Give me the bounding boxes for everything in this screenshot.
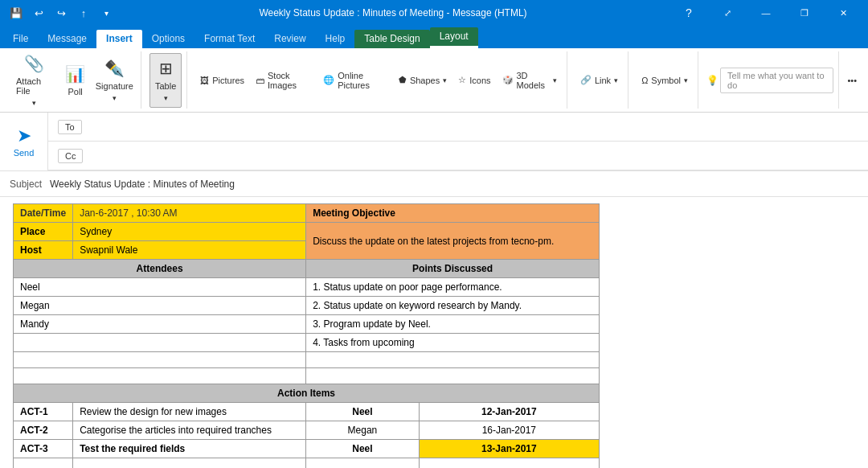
email-header: ➤ Send To Cc bbox=[0, 113, 868, 171]
send-button[interactable]: ➤ Send bbox=[0, 113, 48, 170]
table-row-act3: ACT-3 Test the required fields Neel 13-J… bbox=[14, 440, 600, 458]
email-body[interactable]: Date/Time Jan-6-2017 , 10:30 AM Meeting … bbox=[0, 197, 868, 468]
shapes-button[interactable]: ⬟ Shapes ▾ bbox=[394, 72, 452, 89]
tab-review[interactable]: Review bbox=[264, 30, 315, 48]
attach-dropdown-icon[interactable]: ▾ bbox=[32, 99, 36, 107]
ribbon-toolbar: 📎 Attach File ▾ 📊 Poll ✒️ Signature ▾ ⊞ … bbox=[0, 48, 868, 113]
symbol-icon: Ω bbox=[641, 76, 648, 85]
host-value-cell: Swapnil Wale bbox=[73, 241, 306, 260]
act3-date-cell: 13-Jan-2017 bbox=[419, 440, 599, 458]
shapes-icon: ⬟ bbox=[399, 75, 407, 85]
window-title: Weekly Status Update : Minutes of Meetin… bbox=[116, 7, 670, 18]
redo-icon[interactable]: ↪ bbox=[51, 3, 71, 23]
tab-layout[interactable]: Layout bbox=[430, 27, 478, 48]
tab-file[interactable]: File bbox=[3, 30, 38, 48]
act2-desc-cell: Categorise the articles into required tr… bbox=[73, 421, 306, 440]
table-icon: ⊞ bbox=[159, 59, 173, 78]
subject-value: Weekly Status Update : Minutes of Meetin… bbox=[50, 179, 235, 190]
window-controls: ? ⤢ — ❐ ✕ bbox=[670, 0, 862, 26]
datetime-label-cell: Date/Time bbox=[14, 204, 73, 223]
tab-message[interactable]: Message bbox=[38, 30, 96, 48]
undo-icon[interactable]: ↩ bbox=[29, 3, 48, 23]
3d-models-icon: 🎲 bbox=[502, 75, 514, 85]
pictures-icon: 🖼 bbox=[200, 76, 209, 85]
pictures-button[interactable]: 🖼 Pictures bbox=[195, 72, 249, 89]
stock-images-button[interactable]: 🗃 Stock Images bbox=[251, 72, 317, 89]
ribbon-tab-bar: File Message Insert Options Format Text … bbox=[0, 26, 868, 48]
email-compose-area: ➤ Send To Cc Subject Weekly Status Updat… bbox=[0, 113, 868, 468]
point-2-cell: 2. Status update on keyword research by … bbox=[306, 297, 600, 315]
table-dropdown-icon[interactable]: ▾ bbox=[164, 94, 168, 102]
close-button[interactable]: ✕ bbox=[825, 0, 862, 26]
save-icon[interactable]: 💾 bbox=[6, 3, 26, 23]
search-group: 💡 Tell me what you want to do bbox=[702, 51, 839, 109]
table-row-datetime: Date/Time Jan-6-2017 , 10:30 AM Meeting … bbox=[14, 204, 600, 223]
to-field[interactable] bbox=[82, 124, 858, 130]
more-options-button[interactable]: ••• bbox=[842, 72, 862, 89]
3d-models-button[interactable]: 🎲 3D Models ▾ bbox=[497, 72, 562, 89]
act2-person-cell: Megan bbox=[306, 421, 420, 440]
up-icon[interactable]: ↑ bbox=[74, 3, 93, 23]
send-icon: ➤ bbox=[17, 125, 31, 146]
table-row-megan: Megan 2. Status update on keyword resear… bbox=[14, 297, 600, 315]
point-3-cell: 3. Program update by Neel. bbox=[306, 315, 600, 334]
table-row-action-header: Action Items bbox=[14, 384, 600, 403]
restore-button[interactable]: ❐ bbox=[786, 0, 823, 26]
more-icon[interactable]: ▾ bbox=[96, 3, 116, 23]
tab-table-design[interactable]: Table Design bbox=[354, 30, 429, 48]
shapes-dropdown-icon[interactable]: ▾ bbox=[443, 76, 447, 84]
online-pictures-icon: 🌐 bbox=[323, 75, 334, 85]
cc-button[interactable]: Cc bbox=[58, 149, 83, 163]
attendee-neel-cell: Neel bbox=[14, 278, 306, 297]
attach-file-icon: 📎 bbox=[24, 54, 44, 73]
points-header-cell: Points Discussed bbox=[306, 260, 600, 278]
ellipsis-icon: ••• bbox=[847, 76, 857, 85]
title-bar-left: 💾 ↩ ↪ ↑ ▾ bbox=[6, 3, 116, 23]
help-button[interactable]: ? bbox=[670, 0, 707, 26]
to-button[interactable]: To bbox=[58, 120, 82, 134]
table-row-mandy: Mandy 3. Program update by Neel. bbox=[14, 315, 600, 334]
resize-icon[interactable]: ⤢ bbox=[709, 0, 746, 26]
attach-file-button[interactable]: 📎 Attach File ▾ bbox=[11, 53, 58, 108]
signature-dropdown-icon[interactable]: ▾ bbox=[113, 94, 117, 102]
tab-options[interactable]: Options bbox=[142, 30, 194, 48]
icons-icon: ☆ bbox=[458, 75, 466, 85]
link-dropdown-icon[interactable]: ▾ bbox=[614, 76, 618, 84]
signature-button[interactable]: ✒️ Signature ▾ bbox=[93, 53, 136, 108]
poll-button[interactable]: 📊 Poll bbox=[59, 53, 92, 108]
minimize-button[interactable]: — bbox=[747, 0, 784, 26]
table-row-empty2 bbox=[14, 368, 600, 384]
act1-date-cell: 12-Jan-2017 bbox=[419, 403, 599, 421]
tab-insert[interactable]: Insert bbox=[96, 30, 142, 48]
stock-images-icon: 🗃 bbox=[256, 76, 264, 85]
table-row-place: Place Sydney Discuss the update on the l… bbox=[14, 223, 600, 241]
act1-person-cell: Neel bbox=[306, 403, 420, 421]
act3-desc-cell: Test the required fields bbox=[73, 440, 306, 458]
link-button[interactable]: 🔗 Link ▾ bbox=[575, 72, 623, 89]
icons-button[interactable]: ☆ Icons bbox=[453, 72, 495, 89]
cc-field[interactable] bbox=[83, 153, 858, 159]
action-header-cell: Action Items bbox=[14, 384, 600, 403]
symbol-dropdown-icon[interactable]: ▾ bbox=[684, 76, 688, 84]
tab-help[interactable]: Help bbox=[316, 30, 355, 48]
subject-row: Subject Weekly Status Update : Minutes o… bbox=[0, 171, 868, 197]
tell-me-box[interactable]: Tell me what you want to do bbox=[720, 68, 833, 93]
online-pictures-button[interactable]: 🌐 Online Pictures bbox=[318, 72, 392, 89]
symbol-button[interactable]: Ω Symbol ▾ bbox=[637, 72, 693, 89]
meeting-obj-label-cell: Meeting Objective bbox=[306, 204, 600, 223]
host-label-cell: Host bbox=[14, 241, 73, 260]
links-group: 🔗 Link ▾ bbox=[571, 51, 628, 109]
illustrations-group: 🖼 Pictures 🗃 Stock Images 🌐 Online Pictu… bbox=[190, 51, 567, 109]
subject-label: Subject bbox=[10, 179, 50, 190]
3d-dropdown-icon[interactable]: ▾ bbox=[553, 76, 557, 84]
act2-date-cell: 16-Jan-2017 bbox=[419, 421, 599, 440]
table-button[interactable]: ⊞ Table ▾ bbox=[149, 53, 182, 108]
tab-format-text[interactable]: Format Text bbox=[194, 30, 264, 48]
attendees-header-cell: Attendees bbox=[14, 260, 306, 278]
poll-icon: 📊 bbox=[65, 64, 85, 84]
meeting-table: Date/Time Jan-6-2017 , 10:30 AM Meeting … bbox=[13, 203, 600, 468]
quick-access-toolbar: 💾 ↩ ↪ ↑ ▾ bbox=[6, 3, 116, 23]
lightbulb-icon: 💡 bbox=[706, 75, 719, 86]
table-row-point4: 4. Tasks from upcoming bbox=[14, 334, 600, 352]
point-4-cell: 4. Tasks from upcoming bbox=[306, 334, 600, 352]
